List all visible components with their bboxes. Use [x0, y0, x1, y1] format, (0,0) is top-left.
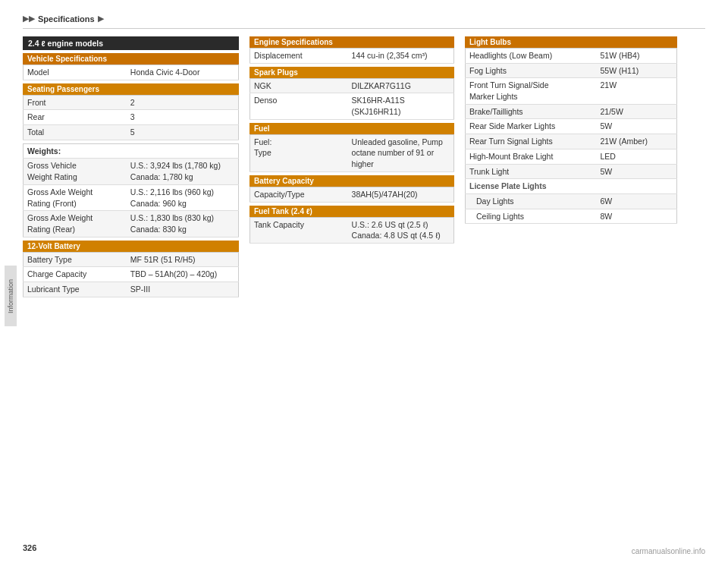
fuel-table: Fuel:Type Unleaded gasoline, Pump octane… [249, 134, 454, 172]
gvwr-row: Gross VehicleWeight Rating U.S.: 3,924 l… [24, 159, 239, 184]
displacement-table: Displacement 144 cu-in (2,354 cm³) [249, 48, 454, 64]
displacement-value: 144 cu-in (2,354 cm³) [348, 49, 454, 64]
weights-table: Weights: Gross VehicleWeight Rating U.S.… [23, 143, 239, 237]
battery-capacity-section: Battery Capacity Capacity/Type 38AH(5)/4… [249, 175, 454, 203]
tank-capacity-label: Tank Capacity [250, 217, 348, 243]
content-area: 2.4 ℓ engine models Vehicle Specificatio… [23, 36, 705, 300]
page-container: ▶▶ Specifications ▶ 2.4 ℓ engine models … [0, 0, 728, 563]
battery-capacity-header: Battery Capacity [249, 175, 454, 187]
high-mount-brake-label: High-Mount Brake Light [466, 149, 597, 164]
seating-section: Seating Passengers Front 2 Rear 3 Total … [23, 83, 239, 140]
battery-capacity-table: Capacity/Type 38AH(5)/47AH(20) [249, 187, 454, 203]
seating-rear-label: Rear [24, 110, 127, 125]
left-column: 2.4 ℓ engine models Vehicle Specificatio… [23, 36, 239, 300]
engine-specs-section: Engine Specifications Displacement 144 c… [249, 36, 454, 64]
rear-side-marker-label: Rear Side Marker Lights [466, 119, 597, 134]
gawr-rear-row: Gross Axle WeightRating (Rear) U.S.: 1,8… [24, 211, 239, 237]
seating-header: Seating Passengers [23, 83, 239, 95]
trunk-light-value: 5W [596, 164, 676, 179]
engine-specs-label: Engine Specifications [249, 36, 454, 48]
rear-turn-signal-label: Rear Turn Signal Lights [466, 134, 597, 149]
weights-header-row: Weights: [24, 143, 239, 159]
brake-taillights-value: 21/5W [596, 104, 676, 119]
middle-column: Engine Specifications Displacement 144 c… [249, 36, 454, 300]
displacement-row: Displacement 144 cu-in (2,354 cm³) [250, 49, 454, 64]
fuel-tank-table: Tank Capacity U.S.: 2.6 US qt (2.5 ℓ)Can… [249, 217, 454, 244]
capacity-type-value: 38AH(5)/47AH(20) [348, 187, 454, 202]
gawr-front-row: Gross Axle WeightRating (Front) U.S.: 2,… [24, 184, 239, 210]
gawr-front-value: U.S.: 2,116 lbs (960 kg)Canada: 960 kg [127, 184, 239, 210]
light-bulbs-label: Light Bulbs [465, 36, 677, 48]
license-plate-header-row: License Plate Lights [466, 179, 677, 194]
battery-section: 12-Volt Battery Battery Type MF 51R (51 … [23, 241, 239, 297]
lubricant-type-row: Lubricant Type SP-III [24, 282, 239, 297]
side-tab: Information [5, 266, 17, 326]
fog-lights-row: Fog Lights 55W (H11) [466, 63, 677, 78]
denso-label: Denso [250, 93, 348, 119]
front-turn-signal-label: Front Turn Signal/SideMarker Lights [466, 78, 597, 104]
seating-table: Front 2 Rear 3 Total 5 [23, 95, 239, 140]
day-lights-label: Day Lights [466, 193, 597, 209]
ngk-value: DILZKAR7G11G [348, 78, 454, 93]
arrow-right: ▶ [98, 14, 104, 24]
gawr-rear-value: U.S.: 1,830 lbs (830 kg)Canada: 830 kg [127, 211, 239, 237]
model-row: Model Honda Civic 4-Door [24, 65, 239, 80]
day-lights-row: Day Lights 6W [466, 193, 677, 209]
brake-taillights-label: Brake/Taillights [466, 104, 597, 119]
displacement-label: Displacement [250, 49, 348, 64]
high-mount-brake-row: High-Mount Brake Light LED [466, 149, 677, 164]
ngk-row: NGK DILZKAR7G11G [250, 78, 454, 93]
breadcrumb-text: Specifications [38, 14, 95, 24]
seating-rear: Rear 3 [24, 110, 239, 125]
fog-lights-label: Fog Lights [466, 63, 597, 78]
weights-header: Weights: [24, 143, 127, 159]
rear-side-marker-row: Rear Side Marker Lights 5W [466, 119, 677, 134]
trunk-light-label: Trunk Light [466, 164, 597, 179]
vehicle-specs-table: Model Honda Civic 4-Door [23, 64, 239, 80]
charge-capacity-row: Charge Capacity TBD – 51Ah(20) – 420g) [24, 267, 239, 282]
charge-capacity-label: Charge Capacity [24, 267, 127, 282]
denso-value: SK16HR-A11S (SKJ16HR11) [348, 93, 454, 119]
ceiling-lights-row: Ceiling Lights 8W [466, 209, 677, 224]
fuel-tank-section: Fuel Tank (2.4 ℓ) Tank Capacity U.S.: 2.… [249, 206, 454, 244]
ngk-label: NGK [250, 78, 348, 93]
engine-models-section: 2.4 ℓ engine models [23, 36, 239, 50]
spark-plugs-table: NGK DILZKAR7G11G Denso SK16HR-A11S (SKJ1… [249, 78, 454, 120]
headlights-row: Headlights (Low Beam) 51W (HB4) [466, 49, 677, 64]
trunk-light-row: Trunk Light 5W [466, 164, 677, 179]
denso-row: Denso SK16HR-A11S (SKJ16HR11) [250, 93, 454, 119]
seating-front: Front 2 [24, 95, 239, 110]
capacity-type-row: Capacity/Type 38AH(5)/47AH(20) [250, 187, 454, 202]
rear-turn-signal-row: Rear Turn Signal Lights 21W (Amber) [466, 134, 677, 149]
license-plate-header: License Plate Lights [466, 179, 677, 194]
ceiling-lights-label: Ceiling Lights [466, 209, 597, 224]
battery-table: Battery Type MF 51R (51 R/H5) Charge Cap… [23, 252, 239, 297]
model-label: Model [24, 65, 127, 80]
seating-total-label: Total [24, 125, 127, 140]
fuel-type-row: Fuel:Type Unleaded gasoline, Pump octane… [250, 134, 454, 171]
lubricant-type-label: Lubricant Type [24, 282, 127, 297]
tank-capacity-row: Tank Capacity U.S.: 2.6 US qt (2.5 ℓ)Can… [250, 217, 454, 243]
battery-type-row: Battery Type MF 51R (51 R/H5) [24, 252, 239, 267]
capacity-type-label: Capacity/Type [250, 187, 348, 202]
rear-turn-signal-value: 21W (Amber) [596, 134, 676, 149]
header-bar: ▶▶ Specifications ▶ [23, 14, 705, 29]
battery-header: 12-Volt Battery [23, 241, 239, 252]
model-value: Honda Civic 4-Door [127, 65, 239, 80]
gawr-front-label: Gross Axle WeightRating (Front) [24, 184, 127, 210]
rear-side-marker-value: 5W [596, 119, 676, 134]
high-mount-brake-value: LED [596, 149, 676, 164]
battery-type-value: MF 51R (51 R/H5) [127, 252, 239, 267]
seating-total-value: 5 [127, 125, 239, 140]
day-lights-value: 6W [596, 193, 676, 209]
watermark: carmanualsonline.info [632, 547, 705, 555]
weights-section: Weights: Gross VehicleWeight Rating U.S.… [23, 143, 239, 237]
seating-total: Total 5 [24, 125, 239, 140]
page-number: 326 [23, 543, 36, 552]
fuel-type-value: Unleaded gasoline, Pump octane number of… [348, 134, 454, 171]
spark-plugs-header: Spark Plugs [249, 67, 454, 78]
fuel-header: Fuel [249, 123, 454, 134]
gawr-rear-label: Gross Axle WeightRating (Rear) [24, 211, 127, 237]
gvwr-label: Gross VehicleWeight Rating [24, 159, 127, 184]
front-turn-signal-value: 21W [596, 78, 676, 104]
